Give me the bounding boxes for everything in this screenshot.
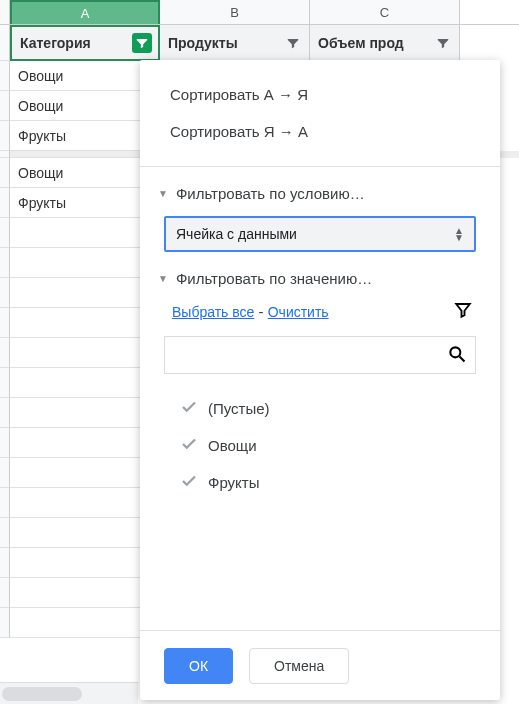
- filter-by-condition-header[interactable]: ▼ Фильтровать по условию…: [140, 175, 500, 212]
- cell-a[interactable]: [10, 338, 160, 368]
- cell-a[interactable]: [10, 578, 160, 608]
- condition-selected-value: Ячейка с данными: [176, 226, 297, 242]
- updown-icon: ▲▼: [454, 227, 464, 241]
- check-icon: [180, 398, 198, 419]
- value-item[interactable]: (Пустые): [180, 390, 500, 427]
- cell-a[interactable]: [10, 278, 160, 308]
- cell-a[interactable]: [10, 428, 160, 458]
- header-products[interactable]: Продукты: [160, 25, 310, 61]
- value-item-label: (Пустые): [208, 400, 270, 417]
- cell-a[interactable]: [10, 308, 160, 338]
- filter-icon[interactable]: [433, 33, 453, 53]
- cell-a[interactable]: Фрукты: [10, 121, 160, 151]
- clear-link[interactable]: Очистить: [268, 304, 329, 320]
- header-category[interactable]: Категория: [10, 25, 160, 61]
- header-volume[interactable]: Объем прод: [310, 25, 460, 61]
- filter-value-label: Фильтровать по значению…: [176, 270, 372, 287]
- value-item[interactable]: Овощи: [180, 427, 500, 464]
- column-header-b[interactable]: B: [160, 0, 310, 24]
- filter-icon[interactable]: [132, 33, 152, 53]
- filter-popup: Сортировать А → Я Сортировать Я → А ▼ Фи…: [140, 60, 500, 700]
- sort-desc-option[interactable]: Сортировать Я → А: [170, 113, 500, 150]
- caret-down-icon: ▼: [158, 273, 168, 284]
- filter-icon[interactable]: [283, 33, 303, 53]
- cell-a[interactable]: [10, 488, 160, 518]
- select-all-link[interactable]: Выбрать все: [172, 304, 254, 320]
- funnel-icon[interactable]: [454, 301, 472, 322]
- scroll-thumb[interactable]: [2, 687, 82, 701]
- cell-a[interactable]: [10, 518, 160, 548]
- header-products-label: Продукты: [168, 35, 238, 51]
- value-item-label: Фрукты: [208, 474, 259, 491]
- cell-a[interactable]: [10, 218, 160, 248]
- cell-a[interactable]: [10, 608, 160, 638]
- value-search-input[interactable]: [164, 336, 476, 374]
- cell-a[interactable]: Овощи: [10, 158, 160, 188]
- column-header-a[interactable]: A: [10, 0, 160, 24]
- cell-a[interactable]: [10, 398, 160, 428]
- cell-a[interactable]: [10, 151, 160, 158]
- row-label: [0, 25, 10, 61]
- ok-button[interactable]: ОК: [164, 648, 233, 684]
- link-separator: -: [254, 303, 267, 320]
- svg-line-1: [460, 356, 465, 361]
- cell-a[interactable]: [10, 548, 160, 578]
- value-item[interactable]: Фрукты: [180, 464, 500, 501]
- condition-dropdown[interactable]: Ячейка с данными ▲▼: [164, 216, 476, 252]
- value-item-label: Овощи: [208, 437, 257, 454]
- caret-down-icon: ▼: [158, 188, 168, 199]
- cell-a[interactable]: Овощи: [10, 91, 160, 121]
- cell-a[interactable]: [10, 458, 160, 488]
- sort-asc-option[interactable]: Сортировать А → Я: [170, 76, 500, 113]
- check-icon: [180, 435, 198, 456]
- header-volume-label: Объем прод: [318, 35, 404, 51]
- svg-point-0: [450, 347, 460, 357]
- value-list: (Пустые) Овощи Фрукты: [140, 380, 500, 630]
- filter-header-row: Категория Продукты Объем прод: [0, 25, 519, 61]
- cancel-button[interactable]: Отмена: [249, 648, 349, 684]
- horizontal-scrollbar[interactable]: [0, 682, 138, 704]
- corner-cell: [0, 0, 10, 24]
- filter-condition-label: Фильтровать по условию…: [176, 185, 365, 202]
- search-icon: [447, 344, 467, 367]
- column-header-c[interactable]: C: [310, 0, 460, 24]
- check-icon: [180, 472, 198, 493]
- header-category-label: Категория: [20, 35, 91, 51]
- filter-by-value-header[interactable]: ▼ Фильтровать по значению…: [140, 260, 500, 297]
- cell-a[interactable]: [10, 368, 160, 398]
- divider: [140, 166, 500, 167]
- column-headers: A B C: [0, 0, 519, 25]
- popup-footer: ОК Отмена: [140, 630, 500, 700]
- cell-a[interactable]: Фрукты: [10, 188, 160, 218]
- cell-a[interactable]: Овощи: [10, 61, 160, 91]
- cell-a[interactable]: [10, 248, 160, 278]
